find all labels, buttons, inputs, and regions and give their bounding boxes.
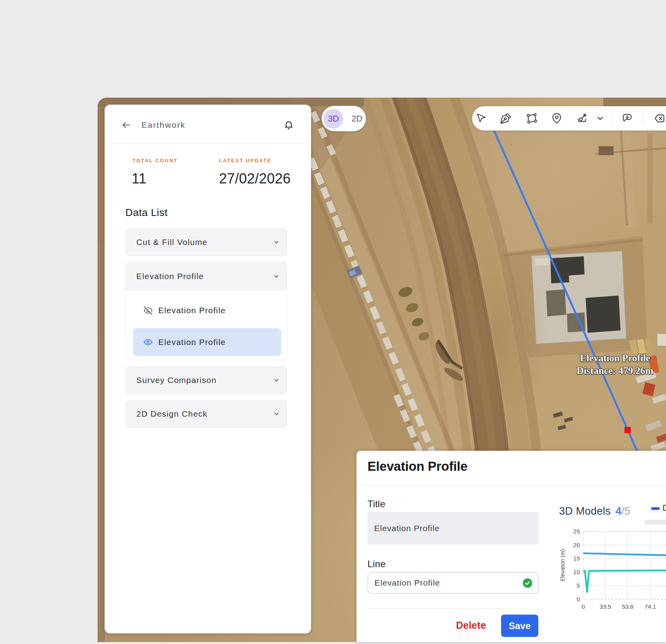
svg-text:53.8: 53.8	[622, 603, 633, 610]
svg-text:15: 15	[573, 555, 580, 562]
svg-text:33.5: 33.5	[599, 603, 611, 610]
svg-text:74.1: 74.1	[644, 603, 656, 610]
svg-text:0: 0	[577, 596, 580, 602]
svg-text:10: 10	[573, 569, 580, 575]
svg-text:Elevation (m): Elevation (m)	[559, 549, 566, 581]
svg-text:20: 20	[573, 542, 580, 548]
svg-text:5: 5	[577, 582, 580, 589]
svg-text:0: 0	[582, 603, 585, 610]
svg-text:25: 25	[573, 528, 580, 535]
